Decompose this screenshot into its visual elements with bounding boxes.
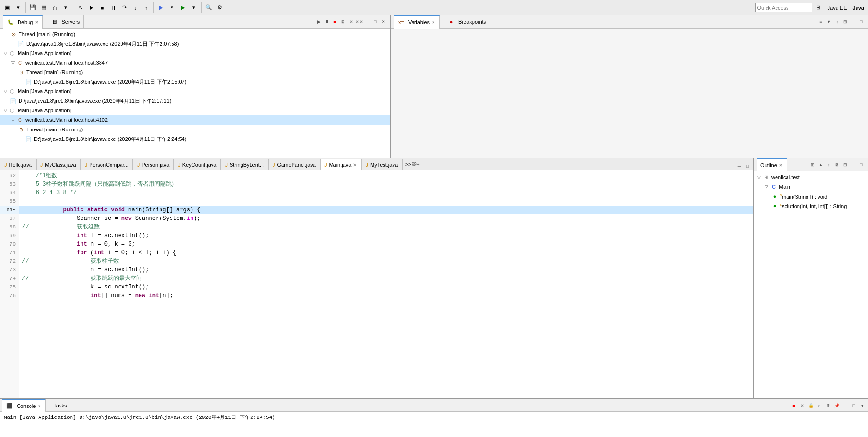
breakpoints-tab[interactable]: ● Breakpoints (444, 15, 490, 29)
var-minimize-btn[interactable]: ─ (849, 18, 857, 26)
editor-max-btn[interactable]: □ (744, 162, 751, 170)
step-return-btn[interactable]: ↑ (141, 2, 151, 13)
outline-min-btn[interactable]: ─ (849, 161, 857, 169)
outline-btn5[interactable]: ⊟ (841, 161, 849, 169)
variables-tab-close[interactable]: ✕ (432, 20, 435, 25)
tree-item-class1[interactable]: ▽ C wenlicai.test.Main at localhost:3847 (0, 58, 390, 68)
tab-main-java[interactable]: J Main.java ✕ (320, 159, 362, 170)
remove-console-btn[interactable]: ✕ (798, 402, 806, 409)
remove-all-btn[interactable]: ✕✕ (355, 18, 363, 26)
outline-btn3[interactable]: ↕ (825, 161, 833, 169)
tab-stringbylent-java[interactable]: J StringByLent... (221, 159, 268, 170)
tab-hello-java[interactable]: J Hello.java (0, 159, 36, 170)
tab-main-close[interactable]: ✕ (353, 162, 357, 168)
console-tab[interactable]: ⬛ Console ✕ (2, 399, 46, 412)
outline-method-solution[interactable]: ● ssolution(int, int, int[]) : String (754, 201, 868, 210)
code-lines[interactable]: /*1组数 5 3柱子数和跳跃间隔（只能高到低跳，否者用间隔跳） 6 2 4 3… (19, 170, 753, 398)
tab-myclass-java[interactable]: J MyClass.java (36, 159, 81, 170)
outline-btn4[interactable]: ⊠ (833, 161, 841, 169)
cursor-btn[interactable]: ↖ (75, 2, 86, 13)
run-launch-btn[interactable]: ▶ (178, 2, 188, 13)
console-min-btn[interactable]: ─ (841, 402, 849, 409)
dropdown2-btn[interactable]: ▾ (61, 2, 71, 13)
tree-item-process3[interactable]: 📄 D:\java\java1.8\jre1.8\bin\javaw.exe (… (0, 96, 390, 106)
terminate-console-btn[interactable]: ■ (790, 402, 797, 409)
expand-app2[interactable]: ▽ (2, 88, 9, 95)
resume-btn[interactable]: ▶ (315, 18, 323, 26)
disconnect-btn[interactable]: ⊠ (339, 18, 347, 26)
tree-item-app2[interactable]: ▽ ⬡ Main [Java Application] (0, 87, 390, 96)
tree-item-thread1[interactable]: ⊙ Thread [main] (Running) (0, 30, 390, 39)
search-btn[interactable]: 🔍 (203, 2, 214, 13)
tab-person-java[interactable]: J Person.java (133, 159, 174, 170)
tree-item-app1[interactable]: ▽ ⬡ Main [Java Application] (0, 49, 390, 58)
suspend-btn[interactable]: ⏸ (323, 18, 331, 26)
tree-item-process4[interactable]: 📄 D:\java\java1.8\jre1.8\bin\javaw.exe (… (0, 134, 390, 144)
expand-app1[interactable]: ▽ (2, 50, 9, 57)
save-btn[interactable]: 💾 (28, 2, 38, 13)
servers-tab[interactable]: 🖥 Servers (47, 15, 84, 29)
var-btn1[interactable]: ≡ (817, 18, 825, 26)
expand-outline-class[interactable]: ▽ (763, 183, 770, 190)
scroll-lock-btn[interactable]: 🔒 (807, 402, 815, 409)
step-into-btn[interactable]: ↓ (130, 2, 141, 13)
var-maximize-btn[interactable]: □ (858, 18, 865, 26)
pin-btn[interactable]: 📌 (833, 402, 840, 409)
expand-outline-package[interactable]: ▽ (756, 174, 762, 180)
run-btn[interactable]: ▶ (86, 2, 97, 13)
run-dropdown-btn[interactable]: ▾ (189, 2, 199, 13)
word-wrap-btn[interactable]: ↵ (816, 402, 823, 409)
debug-dropdown-btn[interactable]: ▾ (167, 2, 177, 13)
tab-gamepanel-java[interactable]: J GamePanel.java (268, 159, 320, 170)
outline-tab[interactable]: Outline ✕ (757, 158, 787, 171)
tree-item-app3[interactable]: ▽ ⬡ Main [Java Application] (0, 106, 390, 115)
debug-launch-btn[interactable]: ▶ (156, 2, 166, 13)
outline-package[interactable]: ▽ ⊞ wenlicai.test (754, 172, 868, 182)
perspective-java-ee[interactable]: Java EE (826, 5, 849, 10)
print-btn[interactable]: ⎙ (50, 2, 60, 13)
step-over-btn[interactable]: ↷ (119, 2, 130, 13)
tab-mytest-java[interactable]: J MyTest.java (361, 159, 402, 170)
console-max-btn[interactable]: □ (850, 402, 858, 409)
tree-item-class2[interactable]: ▽ C wenlicai.test.Main at localhost:4102 (0, 115, 390, 125)
var-btn4[interactable]: ⊞ (841, 18, 849, 26)
var-btn3[interactable]: ↕ (833, 18, 841, 26)
var-btn2[interactable]: ▼ (825, 18, 833, 26)
perspective-java[interactable]: Java (851, 5, 866, 10)
console-tab-close[interactable]: ✕ (38, 404, 41, 408)
variables-tab[interactable]: x= Variables ✕ (394, 15, 440, 29)
pause-btn[interactable]: ⏸ (108, 2, 119, 13)
minimize-btn[interactable]: ─ (363, 18, 371, 26)
console-close-btn[interactable]: ▾ (858, 402, 866, 409)
tab-more-btn[interactable]: >> 99+ (402, 159, 423, 170)
tab-keycount-java[interactable]: J KeyCount.java (173, 159, 221, 170)
tree-item-thread3[interactable]: ⊙ Thread [main] (Running) (0, 125, 390, 134)
tree-item-thread2[interactable]: ⊙ Thread [main] (Running) (0, 68, 390, 77)
tree-item-process1[interactable]: 📄 D:\java\java1.8\jre1.8\bin\javaw.exe (… (0, 39, 390, 49)
perspective-settings-btn[interactable]: ⊞ (813, 2, 824, 13)
expand-app3[interactable]: ▽ (2, 107, 9, 114)
outline-tab-close[interactable]: ✕ (779, 163, 783, 168)
close-btn[interactable]: ✕ (380, 18, 387, 26)
outline-method-main[interactable]: ● smain(String[]) : void (754, 191, 868, 201)
tab-personcompar-java[interactable]: J PersonCompar... (81, 159, 133, 170)
stop-btn[interactable]: ■ (97, 2, 108, 13)
dropdown-btn[interactable]: ▾ (13, 2, 23, 13)
refactor-btn[interactable]: ⚙ (214, 2, 225, 13)
outline-btn2[interactable]: ▲ (817, 161, 825, 169)
expand-class2[interactable]: ▽ (10, 117, 16, 123)
new-btn[interactable]: ▣ (2, 2, 12, 13)
tasks-tab[interactable]: Tasks (50, 399, 71, 412)
outline-max-btn[interactable]: □ (858, 161, 865, 169)
debug-tab[interactable]: 🐛 Debug ✕ (3, 15, 43, 29)
tree-item-process2[interactable]: 📄 D:\java\java1.8\jre1.8\bin\javaw.exe (… (0, 77, 390, 87)
terminate-btn[interactable]: ■ (331, 18, 339, 26)
expand-class1[interactable]: ▽ (10, 60, 16, 66)
editor-min-btn[interactable]: ─ (736, 162, 743, 170)
quick-access-input[interactable] (755, 3, 812, 12)
outline-btn1[interactable]: ⊞ (809, 161, 817, 169)
outline-class-main[interactable]: ▽ C Main (754, 182, 868, 191)
remove-btn[interactable]: ✕ (347, 18, 355, 26)
clear-console-btn[interactable]: 🗑 (824, 402, 832, 409)
save-all-btn[interactable]: ▤ (39, 2, 49, 13)
